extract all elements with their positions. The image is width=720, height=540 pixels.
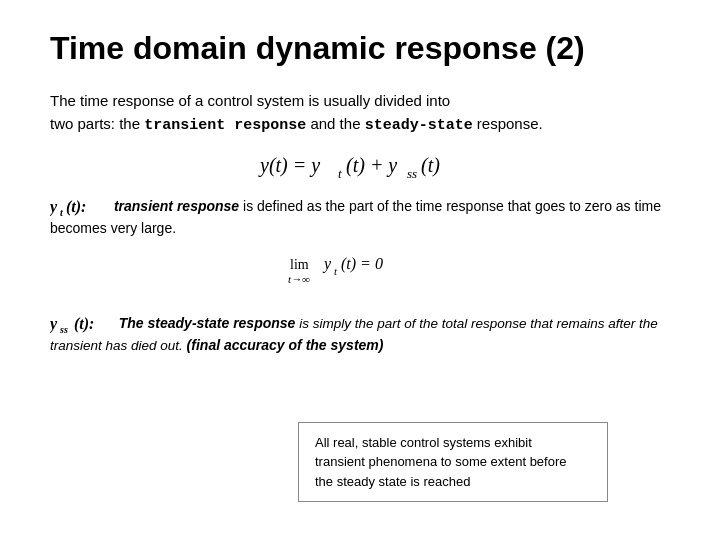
slide-page: Time domain dynamic response (2) The tim… [0, 0, 720, 540]
slide-title: Time domain dynamic response (2) [50, 30, 670, 67]
intro-mid: and the [310, 115, 360, 132]
intro-end: response. [477, 115, 543, 132]
callout-box: All real, stable control systems exhibit… [298, 422, 608, 503]
limit-formula-svg: lim t→∞ y t (t) = 0 [280, 247, 440, 297]
yt-label: y t (t): transient response [50, 198, 243, 214]
svg-text:(t):: (t): [66, 198, 86, 216]
svg-text:y(t) = y: y(t) = y [258, 154, 320, 177]
yss-final: (final accuracy of the system) [187, 337, 384, 353]
svg-text:y: y [322, 255, 332, 273]
svg-text:t: t [338, 166, 342, 181]
yss-section: y ss (t): The steady-state response is s… [50, 313, 670, 357]
main-formula-svg: y(t) = y t (t) + y ss (t) [250, 148, 470, 184]
svg-text:t: t [334, 265, 338, 277]
callout-line2: transient phenomena to some extent befor… [315, 454, 567, 469]
svg-text:(t) + y: (t) + y [346, 154, 397, 177]
svg-text:y: y [50, 315, 58, 333]
intro-steadystate: steady-state [365, 117, 473, 134]
intro-line1: The time response of a control system is… [50, 92, 450, 109]
intro-line2-pre: two parts: the [50, 115, 140, 132]
svg-text:t: t [60, 207, 64, 218]
svg-text:lim: lim [290, 257, 309, 272]
svg-text:ss: ss [59, 324, 68, 335]
svg-text:(t) = 0: (t) = 0 [341, 255, 383, 273]
svg-text:ss: ss [407, 166, 417, 181]
callout-line1: All real, stable control systems exhibit [315, 435, 532, 450]
yss-formula-inline: y ss (t): [50, 313, 115, 335]
yt-bold-italic: transient response [114, 198, 239, 214]
yt-formula-inline: y t (t): [50, 196, 110, 218]
svg-text:(t):: (t): [74, 315, 94, 333]
intro-paragraph: The time response of a control system is… [50, 89, 670, 138]
yss-bold-italic: The steady-state response [119, 315, 296, 331]
limit-formula: lim t→∞ y t (t) = 0 [50, 247, 670, 301]
callout-line3: the steady state is reached [315, 474, 470, 489]
svg-text:y: y [50, 198, 58, 216]
intro-transient: transient response [144, 117, 306, 134]
main-formula: y(t) = y t (t) + y ss (t) [50, 148, 670, 188]
svg-text:t→∞: t→∞ [288, 273, 310, 285]
svg-text:(t): (t) [421, 154, 440, 177]
yt-section: y t (t): transient response is defined a… [50, 196, 670, 239]
